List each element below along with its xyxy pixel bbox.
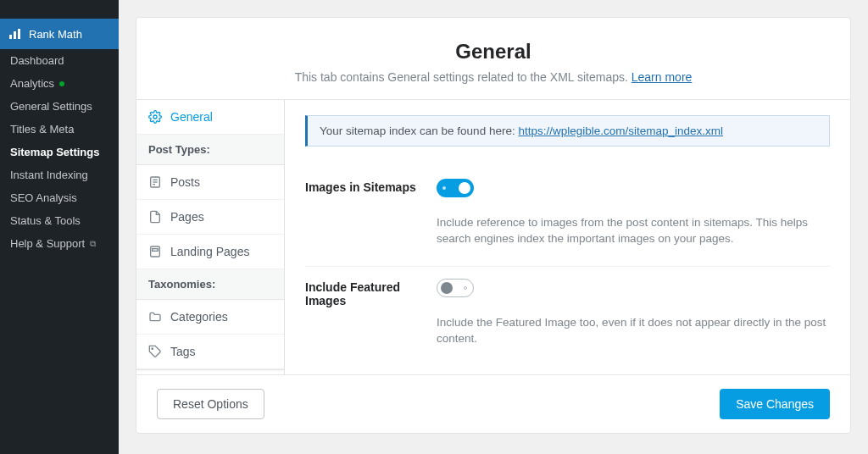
nav-categories[interactable]: Categories bbox=[136, 300, 284, 335]
setting-description: Include the Featured Image too, even if … bbox=[437, 315, 830, 347]
nav-label: General bbox=[170, 110, 213, 124]
svg-rect-0 bbox=[9, 35, 12, 39]
panel-body: General Post Types: Posts Pages Landing … bbox=[136, 99, 850, 374]
setting-include-featured-images: Include Featured Images Include the Feat… bbox=[305, 267, 830, 366]
sidebar-item-instant-indexing[interactable]: Instant Indexing bbox=[0, 163, 119, 186]
nav-label: Tags bbox=[170, 345, 196, 358]
sidebar-item-general-settings[interactable]: General Settings bbox=[0, 95, 119, 118]
rank-math-icon bbox=[8, 27, 22, 41]
nav-label: Landing Pages bbox=[170, 245, 249, 258]
sidebar-item-dashboard[interactable]: Dashboard bbox=[0, 49, 119, 72]
toggle-images-in-sitemaps[interactable] bbox=[437, 179, 474, 197]
page-title: General bbox=[153, 40, 833, 64]
sitemap-notice: Your sitemap index can be found here: ht… bbox=[305, 115, 830, 147]
post-icon bbox=[148, 175, 162, 189]
toggle-include-featured-images[interactable] bbox=[437, 279, 474, 297]
landing-icon bbox=[148, 245, 162, 258]
save-changes-button[interactable]: Save Changes bbox=[720, 389, 830, 419]
panel-footer: Reset Options Save Changes bbox=[136, 374, 850, 433]
tag-icon bbox=[148, 345, 162, 358]
svg-point-3 bbox=[153, 115, 157, 119]
nav-landing-pages[interactable]: Landing Pages bbox=[136, 235, 284, 269]
nav-heading-taxonomies: Taxonomies: bbox=[136, 269, 284, 300]
nav-heading-post-types: Post Types: bbox=[136, 135, 284, 165]
settings-panel: General This tab contains General settin… bbox=[136, 17, 851, 434]
page-subtitle: This tab contains General settings relat… bbox=[153, 70, 833, 84]
nav-posts[interactable]: Posts bbox=[136, 165, 284, 200]
sidebar-item-help-support[interactable]: Help & Support ⧉ bbox=[0, 232, 119, 255]
notice-prefix: Your sitemap index can be found here: bbox=[320, 125, 518, 137]
nav-label: Posts bbox=[170, 175, 200, 189]
nav-label: Categories bbox=[170, 310, 228, 324]
panel-header: General This tab contains General settin… bbox=[136, 18, 850, 99]
svg-rect-2 bbox=[18, 29, 20, 39]
status-dot-icon bbox=[59, 81, 64, 86]
external-link-icon: ⧉ bbox=[90, 239, 96, 249]
svg-point-10 bbox=[152, 348, 153, 349]
folder-icon bbox=[148, 310, 162, 324]
sitemap-url-link[interactable]: https://wplegible.com/sitemap_index.xml bbox=[518, 125, 723, 137]
wp-admin-sidebar: Rank Math Dashboard Analytics General Se… bbox=[0, 0, 119, 454]
gear-icon bbox=[148, 110, 162, 124]
main-content: General This tab contains General settin… bbox=[119, 0, 868, 454]
setting-label: Include Featured Images bbox=[305, 279, 437, 347]
reset-options-button[interactable]: Reset Options bbox=[157, 389, 264, 419]
sidebar-item-titles-meta[interactable]: Titles & Meta bbox=[0, 118, 119, 141]
sidebar-item-sitemap-settings[interactable]: Sitemap Settings bbox=[0, 141, 119, 163]
setting-images-in-sitemaps: Images in Sitemaps Include reference to … bbox=[305, 167, 830, 267]
svg-rect-1 bbox=[14, 31, 16, 39]
sidebar-item-status-tools[interactable]: Status & Tools bbox=[0, 209, 119, 232]
setting-description: Include reference to images from the pos… bbox=[437, 215, 830, 247]
sidebar-item-seo-analysis[interactable]: SEO Analysis bbox=[0, 186, 119, 209]
nav-general[interactable]: General bbox=[136, 100, 284, 135]
nav-pages[interactable]: Pages bbox=[136, 200, 284, 235]
page-icon bbox=[148, 210, 162, 224]
settings-nav: General Post Types: Posts Pages Landing … bbox=[136, 100, 285, 374]
nav-label: Pages bbox=[170, 210, 204, 224]
settings-content: Your sitemap index can be found here: ht… bbox=[285, 100, 850, 374]
nav-tags[interactable]: Tags bbox=[136, 335, 284, 369]
setting-label: Images in Sitemaps bbox=[305, 179, 437, 247]
sidebar-plugin-label: Rank Math bbox=[29, 28, 82, 41]
svg-rect-9 bbox=[153, 249, 159, 252]
learn-more-link[interactable]: Learn more bbox=[632, 70, 693, 84]
sidebar-item-analytics[interactable]: Analytics bbox=[0, 72, 119, 95]
sidebar-item-rank-math[interactable]: Rank Math bbox=[0, 19, 119, 49]
